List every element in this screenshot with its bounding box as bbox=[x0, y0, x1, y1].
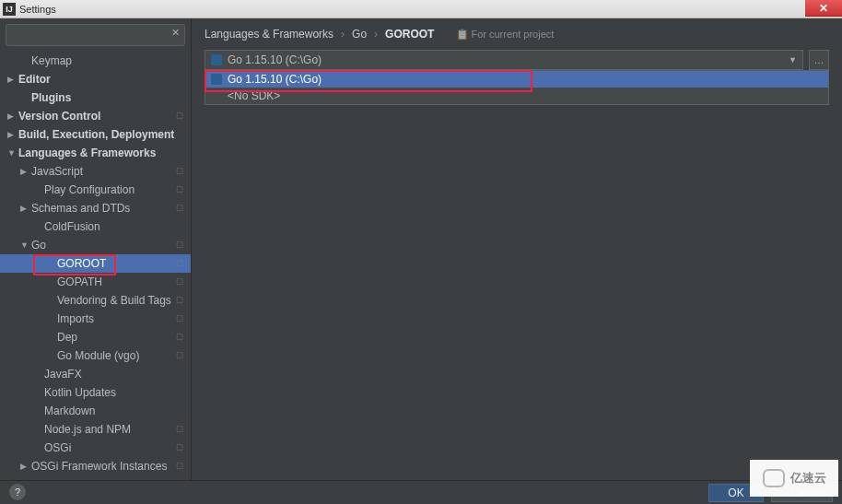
disclosure-icon: ▶ bbox=[7, 75, 18, 84]
tree-item-label: Go bbox=[31, 239, 174, 252]
disclosure-icon: ▶ bbox=[20, 204, 31, 213]
tree-item-label: Plugins bbox=[31, 91, 191, 104]
browse-sdk-button[interactable]: … bbox=[809, 50, 829, 70]
tree-item-label: Editor bbox=[18, 73, 191, 86]
tree-item-label: Markdown bbox=[44, 404, 191, 417]
project-badge-icon: ☐ bbox=[174, 313, 185, 324]
content: Go 1.15.10 (C:\Go) ▼ … Go 1.15.10 (C:\Go… bbox=[192, 50, 842, 105]
clear-search-icon[interactable]: ✕ bbox=[171, 27, 180, 39]
tree-item[interactable]: Kotlin Updates bbox=[0, 383, 191, 402]
disclosure-icon: ▶ bbox=[7, 111, 18, 121]
chevron-right-icon: › bbox=[341, 28, 345, 41]
goroot-combobox[interactable]: Go 1.15.10 (C:\Go) ▼ bbox=[205, 50, 803, 70]
tree-item[interactable]: Markdown bbox=[0, 402, 191, 420]
tree-item[interactable]: GOPATH☐ bbox=[0, 273, 191, 291]
tree-item[interactable]: ▶Build, Execution, Deployment bbox=[0, 125, 191, 144]
project-badge-icon: ☐ bbox=[174, 166, 185, 177]
tree-item[interactable]: JavaFX bbox=[0, 365, 191, 383]
project-badge-icon: ☐ bbox=[174, 111, 185, 122]
watermark: 亿速云 bbox=[750, 460, 838, 497]
disclosure-icon: ▼ bbox=[7, 148, 18, 158]
project-badge-icon: ☐ bbox=[174, 258, 185, 269]
project-badge-icon: ☐ bbox=[174, 442, 185, 453]
search-wrap: 🔍 ✕ bbox=[0, 18, 191, 52]
chevron-down-icon: ▼ bbox=[789, 55, 797, 64]
tree-item-label: JavaScript bbox=[31, 165, 174, 178]
settings-window: IJ Settings ✕ 🔍 ✕ Keymap▶EditorPlugins▶V… bbox=[0, 0, 842, 504]
go-sdk-icon bbox=[211, 90, 222, 101]
tree-item[interactable]: ColdFusion bbox=[0, 217, 191, 236]
crumb-1[interactable]: Languages & Frameworks bbox=[205, 28, 333, 41]
watermark-text: 亿速云 bbox=[790, 470, 826, 486]
tree-item-label: Languages & Frameworks bbox=[18, 147, 191, 159]
goroot-dropdown[interactable]: Go 1.15.10 (C:\Go)<No SDK> bbox=[205, 70, 829, 105]
crumb-2[interactable]: Go bbox=[352, 28, 367, 41]
tree-item[interactable]: ▶JavaScript☐ bbox=[0, 162, 191, 181]
tree-item[interactable]: Imports☐ bbox=[0, 310, 191, 328]
tree-item-label: JavaFX bbox=[44, 368, 191, 381]
disclosure-icon: ▶ bbox=[7, 130, 18, 139]
dropdown-option[interactable]: Go 1.15.10 (C:\Go) bbox=[205, 71, 828, 88]
tree-item[interactable]: Vendoring & Build Tags☐ bbox=[0, 291, 191, 310]
window-title: Settings bbox=[19, 4, 56, 15]
tree-item-label: ColdFusion bbox=[44, 220, 191, 233]
tree-item-label: Play Configuration bbox=[44, 183, 174, 196]
watermark-icon bbox=[763, 469, 785, 487]
tree-item[interactable]: ▶Editor bbox=[0, 70, 191, 88]
tree-item-label: Version Control bbox=[18, 110, 174, 123]
tree-item[interactable]: Dep☐ bbox=[0, 328, 191, 346]
tree-item-label: Schemas and DTDs bbox=[31, 202, 174, 215]
tree-item-label: OSGi Framework Instances bbox=[31, 460, 174, 473]
breadcrumb: Languages & Frameworks › Go › GOROOT 📋 F… bbox=[192, 18, 842, 50]
settings-tree[interactable]: Keymap▶EditorPlugins▶Version Control☐▶Bu… bbox=[0, 52, 191, 480]
scope-indicator: 📋 For current project bbox=[456, 29, 554, 40]
titlebar: IJ Settings ✕ bbox=[0, 0, 842, 18]
tree-item[interactable]: GOROOT☐ bbox=[0, 254, 191, 273]
tree-item[interactable]: ▶Schemas and DTDs☐ bbox=[0, 199, 191, 217]
project-badge-icon: ☐ bbox=[174, 276, 185, 287]
project-badge-icon: ☐ bbox=[174, 295, 185, 306]
go-sdk-icon bbox=[211, 74, 222, 85]
close-button[interactable]: ✕ bbox=[805, 0, 842, 17]
tree-item-label: Kotlin Updates bbox=[44, 386, 191, 399]
option-label: Go 1.15.10 (C:\Go) bbox=[228, 73, 322, 86]
tree-item[interactable]: Plugins bbox=[0, 88, 191, 107]
scope-label: For current project bbox=[471, 29, 554, 40]
tree-item-label: Build, Execution, Deployment bbox=[18, 128, 191, 141]
tree-item-label: Keymap bbox=[31, 54, 191, 67]
sidebar: 🔍 ✕ Keymap▶EditorPlugins▶Version Control… bbox=[0, 18, 192, 480]
tree-item-label: Go Module (vgo) bbox=[57, 349, 174, 362]
tree-item-label: Dep bbox=[57, 331, 174, 344]
tree-item[interactable]: Play Configuration☐ bbox=[0, 181, 191, 199]
project-badge-icon: ☐ bbox=[174, 424, 185, 435]
tree-item[interactable]: OSGi☐ bbox=[0, 439, 191, 457]
go-sdk-icon bbox=[211, 54, 222, 65]
chevron-right-icon: › bbox=[374, 28, 378, 41]
project-badge-icon: ☐ bbox=[174, 240, 185, 251]
tree-item[interactable]: Keymap bbox=[0, 52, 191, 70]
crumb-3: GOROOT bbox=[385, 28, 434, 41]
disclosure-icon: ▶ bbox=[20, 167, 31, 176]
tree-item[interactable]: Go Module (vgo)☐ bbox=[0, 346, 191, 365]
help-button[interactable]: ? bbox=[9, 484, 26, 500]
tree-item-label: GOROOT bbox=[57, 257, 174, 270]
tree-item[interactable]: ▶Version Control☐ bbox=[0, 107, 191, 125]
project-badge-icon: ☐ bbox=[174, 332, 185, 343]
dialog-body: 🔍 ✕ Keymap▶EditorPlugins▶Version Control… bbox=[0, 18, 842, 480]
tree-item[interactable]: Node.js and NPM☐ bbox=[0, 420, 191, 439]
search-input[interactable] bbox=[6, 24, 185, 46]
project-scope-icon: 📋 bbox=[456, 29, 467, 40]
tree-item-label: Vendoring & Build Tags bbox=[57, 294, 174, 307]
tree-item-label: Imports bbox=[57, 312, 174, 325]
tree-item[interactable]: ▶OSGi Framework Instances☐ bbox=[0, 457, 191, 475]
tree-item-label: GOPATH bbox=[57, 275, 174, 288]
disclosure-icon: ▶ bbox=[20, 462, 31, 471]
tree-item[interactable]: ▼Languages & Frameworks bbox=[0, 144, 191, 162]
app-icon: IJ bbox=[3, 3, 16, 16]
main-panel: Languages & Frameworks › Go › GOROOT 📋 F… bbox=[192, 18, 842, 480]
project-badge-icon: ☐ bbox=[174, 461, 185, 472]
tree-item[interactable]: ▼Go☐ bbox=[0, 236, 191, 254]
tree-item-label: Node.js and NPM bbox=[44, 423, 174, 436]
project-badge-icon: ☐ bbox=[174, 350, 185, 361]
dropdown-option[interactable]: <No SDK> bbox=[205, 88, 828, 104]
